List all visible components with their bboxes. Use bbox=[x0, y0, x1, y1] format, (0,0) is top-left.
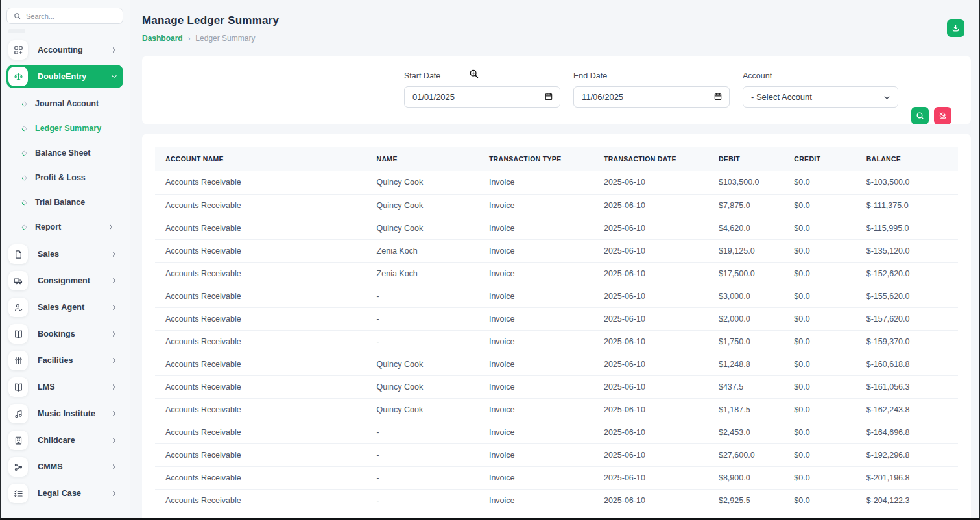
table-cell: $0.0 bbox=[783, 194, 855, 217]
table-cell: $1,248.8 bbox=[708, 353, 783, 375]
table-cell: - bbox=[366, 285, 479, 307]
table-cell bbox=[479, 512, 593, 520]
table-cell: 2025-06-10 bbox=[593, 353, 708, 375]
column-header-balance: BALANCE bbox=[856, 147, 958, 171]
sidebar-item-trial-balance[interactable]: Trial Balance bbox=[6, 190, 123, 215]
table-cell: $-204,122.3 bbox=[856, 489, 958, 512]
filter-search-button[interactable] bbox=[911, 107, 929, 124]
sidebar-item-ledger-summary[interactable]: Ledger Summary bbox=[6, 116, 123, 141]
list-check-icon bbox=[8, 484, 28, 503]
table-row: Accounts Receivable-Invoice2025-06-10$3,… bbox=[155, 285, 958, 307]
table-cell: 2025-06-10 bbox=[593, 489, 708, 512]
table-cell: Invoice bbox=[479, 398, 593, 421]
sidebar-item-childcare[interactable]: Childcare bbox=[6, 429, 123, 452]
table-cell: 2025-06-10 bbox=[593, 217, 708, 239]
table-cell: Invoice bbox=[479, 330, 593, 353]
table-cell: 2025-06-10 bbox=[593, 443, 708, 466]
column-header-credit: CREDIT bbox=[783, 147, 855, 171]
book-icon bbox=[8, 377, 28, 397]
chevron-right-icon bbox=[111, 304, 117, 311]
table-cell: $17,500.0 bbox=[708, 262, 783, 285]
sidebar-item-label: Consignment bbox=[38, 276, 90, 285]
sidebar-item-bookings[interactable]: Bookings bbox=[6, 322, 123, 346]
sidebar-subitem-label: Profit & Loss bbox=[35, 173, 86, 182]
download-button[interactable] bbox=[947, 19, 964, 37]
sidebar-search[interactable] bbox=[6, 8, 123, 24]
sidebar-item-profit-loss[interactable]: Profit & Loss bbox=[6, 165, 123, 190]
column-header-debit: DEBIT bbox=[708, 147, 783, 171]
table-cell: $-159,370.0 bbox=[856, 330, 958, 353]
table-cell: - bbox=[366, 466, 479, 489]
sidebar-item-label: Facilities bbox=[38, 356, 73, 365]
breadcrumb-dashboard-link[interactable]: Dashboard bbox=[142, 34, 183, 43]
table-cell: $103,500.0 bbox=[708, 171, 783, 194]
table-cell: Quincy Cook bbox=[366, 375, 479, 398]
sidebar-item-doubleentry[interactable]: DoubleEntry bbox=[6, 65, 123, 88]
sidebar-item-lms[interactable]: LMS bbox=[6, 375, 123, 399]
sidebar-item-sales[interactable]: Sales bbox=[6, 242, 123, 266]
filter-clear-button[interactable] bbox=[934, 107, 951, 124]
main-content: Manage Ledger Summary Dashboard › Ledger… bbox=[130, 0, 980, 520]
table-cell bbox=[366, 512, 479, 520]
table-cell: Invoice bbox=[479, 239, 593, 262]
sidebar-item-cmms[interactable]: CMMS bbox=[6, 455, 123, 479]
table-row: Accounts ReceivableQuincy CookInvoice202… bbox=[155, 375, 958, 398]
sidebar-item-legal-case[interactable]: Legal Case bbox=[6, 482, 123, 505]
sidebar-item-accounting[interactable]: Accounting bbox=[6, 38, 123, 62]
sidebar-item-sales-agent[interactable]: Sales Agent bbox=[6, 296, 123, 319]
table-cell: $0.0 bbox=[783, 489, 855, 512]
end-date-label: End Date bbox=[573, 71, 730, 80]
table-cell: $437.5 bbox=[708, 375, 783, 398]
table-cell: Invoice bbox=[479, 443, 593, 466]
table-cell: Accounts Receivable bbox=[155, 353, 366, 375]
start-date-field: Start Date bbox=[404, 71, 560, 124]
sidebar-item-facilities[interactable]: Facilities bbox=[6, 349, 123, 372]
table-cell: Accounts Receivable bbox=[155, 489, 366, 512]
table-cell: Invoice bbox=[479, 285, 593, 307]
column-header-transaction-type: TRANSACTION TYPE bbox=[479, 147, 593, 171]
chevron-right-icon bbox=[111, 384, 117, 390]
table-row: Accounts Receivable-Invoice2025-06-10$2,… bbox=[155, 421, 958, 443]
chevron-right-icon bbox=[111, 331, 117, 337]
sidebar-item-music-institute[interactable]: Music Institute bbox=[6, 402, 123, 425]
breadcrumb-separator-icon: › bbox=[188, 34, 191, 42]
sidebar-subitem-label: Balance Sheet bbox=[35, 148, 90, 158]
column-header-transaction-date: TRANSACTION DATE bbox=[593, 147, 708, 171]
table-cell: $0.0 bbox=[783, 239, 855, 262]
end-date-input[interactable] bbox=[573, 86, 730, 108]
sidebar-item-balance-sheet[interactable]: Balance Sheet bbox=[6, 141, 123, 165]
table-row: Accounts Receivable-Invoice2025-06-10$2,… bbox=[155, 489, 958, 512]
table-header-row: ACCOUNT NAMENAMETRANSACTION TYPETRANSACT… bbox=[155, 147, 958, 171]
table-cell: Accounts Receivable bbox=[155, 171, 366, 194]
table-row: Accounts ReceivableQuincy CookInvoice202… bbox=[155, 217, 958, 239]
table-cell: Invoice bbox=[479, 421, 593, 443]
sidebar-item-label: Bookings bbox=[38, 329, 75, 338]
sidebar-nav: AccountingDoubleEntryJournal AccountLedg… bbox=[6, 38, 123, 505]
table-cell: Quincy Cook bbox=[366, 194, 479, 217]
sidebar-item-consignment[interactable]: Consignment bbox=[6, 269, 123, 292]
search-input[interactable] bbox=[26, 12, 116, 20]
column-header-account-name: ACCOUNT NAME bbox=[155, 147, 366, 171]
table-cell: Accounts Receivable bbox=[155, 375, 366, 398]
table-cell: $19,125.0 bbox=[708, 239, 783, 262]
table-cell: 2025-06-10 bbox=[593, 330, 708, 353]
table-row: Accounts Receivable-Invoice2025-06-10$8,… bbox=[155, 466, 958, 489]
table-cell: Accounts Receivable bbox=[155, 466, 366, 489]
table-cell: Invoice bbox=[479, 353, 593, 375]
sidebar-item-journal-account[interactable]: Journal Account bbox=[6, 91, 123, 116]
page-header: Manage Ledger Summary Dashboard › Ledger… bbox=[142, 14, 971, 43]
table-cell: $-111,375.0 bbox=[856, 194, 958, 217]
table-cell bbox=[593, 512, 708, 520]
sidebar-subitem-label: Report bbox=[35, 222, 61, 231]
sidebar-item-report[interactable]: Report bbox=[6, 215, 123, 239]
table-cell: Accounts Receivable bbox=[155, 398, 366, 421]
chevron-down-icon bbox=[883, 93, 891, 102]
account-field: Account - Select Account bbox=[743, 71, 898, 124]
table-cell: $2,453.0 bbox=[708, 421, 783, 443]
table-row: Accounts ReceivableQuincy CookInvoice202… bbox=[155, 194, 958, 217]
account-select[interactable]: - Select Account bbox=[743, 86, 898, 108]
column-header-name: NAME bbox=[366, 147, 479, 171]
table-cell: - bbox=[366, 330, 479, 353]
start-date-input[interactable] bbox=[404, 86, 560, 108]
chevron-right-icon bbox=[108, 224, 114, 230]
